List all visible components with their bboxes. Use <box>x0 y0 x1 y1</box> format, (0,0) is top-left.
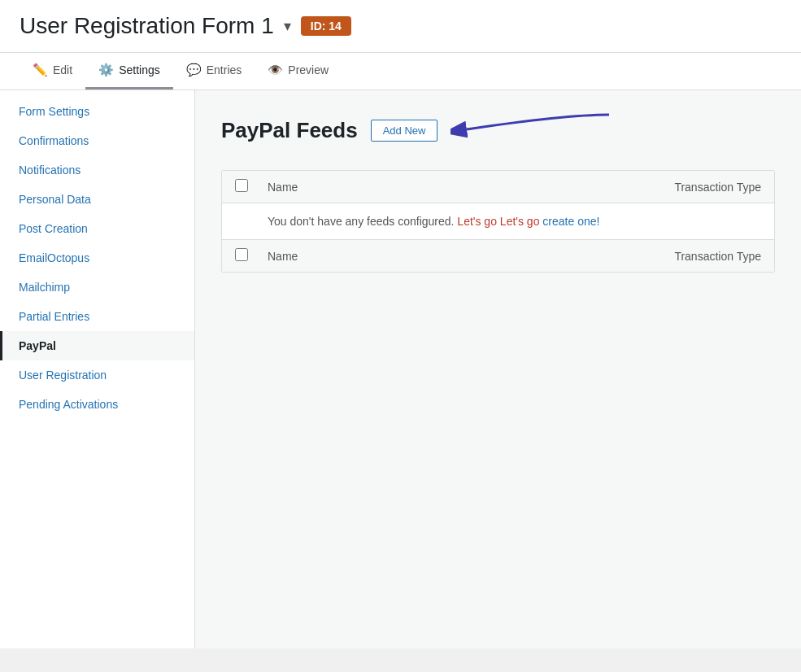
feeds-table: Name Transaction Type You don't have any… <box>221 170 775 273</box>
sidebar-item-notifications[interactable]: Notifications <box>0 155 194 185</box>
sidebar-item-form-settings[interactable]: Form Settings <box>0 97 194 126</box>
col-name-header: Name <box>268 181 586 194</box>
preview-icon: 👁️ <box>268 63 283 77</box>
tab-settings[interactable]: ⚙️ Settings <box>85 53 173 89</box>
empty-text-highlight: Let's go <box>457 215 497 228</box>
table-footer-row: Name Transaction Type <box>222 240 774 272</box>
edit-icon: ✏️ <box>33 63 48 77</box>
empty-text-lets-go: Let's go <box>500 215 543 228</box>
tab-preview-label: Preview <box>288 63 329 76</box>
dropdown-arrow-icon[interactable]: ▾ <box>284 17 291 35</box>
page-title: User Registration Form 1 <box>20 13 274 39</box>
col-name-footer: Name <box>268 250 586 263</box>
main-layout: Form Settings Confirmations Notification… <box>0 90 801 648</box>
sidebar-item-user-registration[interactable]: User Registration <box>0 360 194 390</box>
arrow-annotation <box>451 107 613 147</box>
sidebar-item-partial-entries[interactable]: Partial Entries <box>0 302 194 331</box>
tab-edit-label: Edit <box>53 63 72 76</box>
tab-settings-label: Settings <box>119 63 160 76</box>
feeds-header: PayPal Feeds Add New <box>221 110 775 151</box>
settings-icon: ⚙️ <box>98 63 114 77</box>
col-transaction-header: Transaction Type <box>599 181 761 194</box>
select-all-checkbox[interactable] <box>235 179 248 192</box>
empty-text-before: You don't have any feeds configured. <box>268 215 454 228</box>
id-badge: ID: 14 <box>301 16 351 36</box>
sidebar: Form Settings Confirmations Notification… <box>0 90 195 648</box>
table-header-row: Name Transaction Type <box>222 171 774 203</box>
sidebar-item-pending-activations[interactable]: Pending Activations <box>0 390 194 419</box>
sidebar-item-post-creation[interactable]: Post Creation <box>0 214 194 243</box>
feeds-title: PayPal Feeds <box>221 118 358 143</box>
add-new-button[interactable]: Add New <box>371 120 438 142</box>
create-one-link[interactable]: create one! <box>542 215 599 228</box>
tab-entries[interactable]: 💬 Entries <box>173 53 255 89</box>
select-all-footer-checkbox[interactable] <box>235 248 248 261</box>
col-transaction-footer: Transaction Type <box>599 250 761 263</box>
entries-icon: 💬 <box>186 63 202 77</box>
footer-checkbox-cell <box>235 248 255 264</box>
tab-preview[interactable]: 👁️ Preview <box>255 53 342 89</box>
sidebar-item-email-octopus[interactable]: EmailOctopus <box>0 243 194 273</box>
empty-message-row: You don't have any feeds configured. Let… <box>222 203 774 240</box>
tabs-bar: ✏️ Edit ⚙️ Settings 💬 Entries 👁️ Preview <box>0 53 801 90</box>
sidebar-item-confirmations[interactable]: Confirmations <box>0 126 194 155</box>
tab-entries-label: Entries <box>207 63 242 76</box>
sidebar-item-personal-data[interactable]: Personal Data <box>0 185 194 214</box>
content-area: PayPal Feeds Add New Name Transactio <box>195 90 801 648</box>
sidebar-item-paypal[interactable]: PayPal <box>0 331 194 360</box>
page-header: User Registration Form 1 ▾ ID: 14 <box>0 0 801 53</box>
header-checkbox-cell <box>235 179 255 194</box>
sidebar-item-mailchimp[interactable]: Mailchimp <box>0 273 194 302</box>
tab-edit[interactable]: ✏️ Edit <box>20 53 85 89</box>
